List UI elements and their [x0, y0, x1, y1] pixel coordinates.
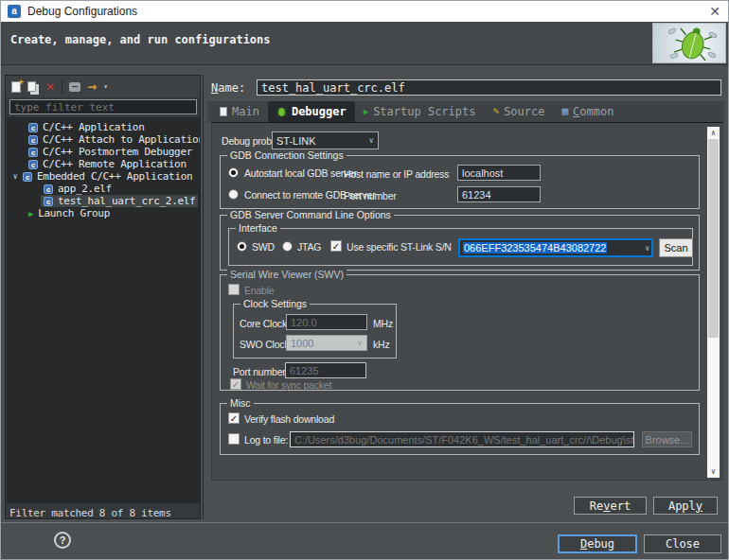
use-specific-sn-checkbox[interactable]: ✓: [330, 240, 342, 252]
verify-flash-checkbox[interactable]: ✓: [228, 412, 240, 424]
duplicate-configuration-icon[interactable]: [27, 81, 36, 92]
c-file-icon: c: [28, 123, 38, 132]
filter-status-text: Filter matched 8 of 8 items: [9, 507, 171, 519]
group-title: GDB Connection Settings: [227, 149, 347, 161]
launch-group-icon: ▶: [28, 209, 33, 219]
group-title: GDB Server Command Line Options: [227, 209, 394, 220]
tree-item-label: C/C++ Application: [43, 121, 144, 133]
filter-menu-caret-icon[interactable]: ▾: [103, 82, 108, 91]
group-title: Interface: [236, 222, 280, 234]
tree-item-label: C/C++ Postmortem Debugger: [43, 146, 192, 158]
log-file-path-input: C:/Users/d3bug/Documents/ST/F042K6_WS/te…: [290, 431, 634, 447]
host-label: Host name or IP address: [344, 168, 449, 180]
tab-label: Main: [232, 105, 259, 118]
sidebar-toolbar: ✕ ‒ → ▾: [6, 76, 200, 97]
log-to-file-checkbox[interactable]: [228, 433, 240, 445]
main-tab-icon: [220, 107, 227, 116]
title-bar: a Debug Configurations ✕: [1, 1, 729, 22]
close-window-icon[interactable]: ✕: [703, 2, 726, 21]
expand-chevron-icon[interactable]: ∨: [10, 172, 20, 181]
debugger-bug-icon: [276, 107, 287, 117]
tree-item-cpp-attach[interactable]: c C/C++ Attach to Application: [7, 133, 200, 146]
tab-strip: Main Debugger ▶ Startup Scripts ✎ Source…: [207, 101, 724, 122]
apply-button[interactable]: Apply: [653, 497, 718, 515]
debugger-tab-panel: Debug probe ST-LINK ∨ GDB Connection Set…: [211, 122, 723, 481]
tree-item-cpp-postmortem[interactable]: c C/C++ Postmortem Debugger: [7, 146, 200, 158]
wait-sync-checkbox: ✓: [230, 378, 241, 390]
port-input[interactable]: 61234: [457, 186, 541, 202]
group-title: Misc: [227, 397, 254, 409]
tree-item-app2-elf[interactable]: c app_2.elf: [7, 183, 200, 195]
panel-splitter[interactable]: [203, 75, 204, 519]
core-clock-input: 120.0: [286, 314, 367, 330]
delete-configuration-icon[interactable]: ✕: [45, 81, 55, 93]
jtag-label: JTAG: [297, 241, 321, 253]
tab-label: Startup Scripts: [373, 105, 475, 118]
common-tab-icon: ▦: [561, 107, 568, 116]
swo-clock-label: SWO Clock:: [240, 339, 292, 350]
swv-enable-label: Enable: [244, 285, 275, 296]
tab-startup-scripts[interactable]: ▶ Startup Scripts: [355, 101, 485, 122]
configurations-tree: c C/C++ Application c C/C++ Attach to Ap…: [7, 117, 200, 503]
startup-scripts-tab-icon: ▶: [364, 107, 368, 116]
scan-button[interactable]: Scan: [659, 238, 693, 257]
gdb-connection-settings-group: GDB Connection Settings Autostart local …: [220, 155, 700, 209]
scroll-down-icon[interactable]: ∨: [707, 465, 720, 478]
swd-radio[interactable]: [237, 241, 247, 252]
misc-group: Misc ✓ Verify flash download Log to file…: [220, 403, 700, 455]
filter-configurations-icon[interactable]: →: [87, 80, 97, 94]
swo-clock-value: 1000: [291, 338, 313, 349]
close-button[interactable]: Close: [644, 534, 721, 553]
tree-item-label: Launch Group: [38, 207, 110, 219]
autostart-gdb-radio[interactable]: [228, 167, 239, 178]
scroll-up-icon[interactable]: ∧: [707, 127, 720, 139]
new-configuration-icon[interactable]: [11, 81, 21, 93]
port-label: Port number: [344, 190, 397, 201]
host-input[interactable]: localhost: [457, 165, 541, 181]
tab-source[interactable]: ✎ Source: [485, 101, 554, 122]
tree-item-cpp-remote[interactable]: c C/C++ Remote Application: [7, 158, 200, 170]
use-specific-sn-label: Use specific ST-Link S/N: [347, 241, 452, 253]
tree-item-cpp-application[interactable]: c C/C++ Application: [7, 121, 200, 133]
core-clock-unit: MHz: [373, 318, 393, 329]
collapse-all-icon[interactable]: ‒: [69, 82, 80, 92]
swv-group: Serial Wire Viewer (SWV) Enable Clock Se…: [220, 274, 700, 391]
tree-item-launch-group[interactable]: ▶ Launch Group: [7, 207, 200, 219]
verify-flash-label: Verify flash download: [244, 413, 334, 425]
chevron-down-icon: ∨: [368, 136, 374, 145]
tab-debugger[interactable]: Debugger: [268, 101, 355, 122]
remote-gdb-radio[interactable]: [228, 189, 239, 200]
tab-common[interactable]: ▦ Common: [553, 101, 622, 122]
tree-item-embedded-cpp[interactable]: ∨ c Embedded C/C++ Application: [7, 170, 200, 183]
filter-input[interactable]: [9, 99, 197, 114]
help-icon[interactable]: ?: [54, 532, 71, 549]
header-heading: Create, manage, and run configurations: [10, 33, 271, 46]
stlink-sn-combo[interactable]: 066EFF323535474B43082722 ∨: [458, 238, 653, 257]
clock-settings-group: Clock Settings Core Clock: 120.0 MHz SWO…: [233, 304, 397, 359]
jtag-radio[interactable]: [282, 241, 293, 252]
tab-label: Common: [573, 105, 613, 118]
c-file-icon: c: [28, 148, 38, 157]
scrollbar-thumb[interactable]: [708, 139, 719, 338]
revert-button[interactable]: Revert: [574, 497, 647, 515]
swv-port-input: 61235: [285, 362, 366, 378]
swo-clock-select: 1000 ∨: [286, 335, 367, 351]
name-input[interactable]: [257, 79, 721, 96]
tree-item-label: C/C++ Remote Application: [43, 158, 187, 170]
tree-item-label: C/C++ Attach to Application: [43, 133, 200, 146]
vertical-scrollbar[interactable]: ∧ ∨: [707, 127, 720, 478]
tree-item-test-hal-uart-crc-2-elf[interactable]: c test_hal_uart_crc_2.elf: [7, 195, 200, 207]
gdb-server-options-group: GDB Server Command Line Options Interfac…: [220, 215, 700, 271]
tree-item-label: app_2.elf: [58, 183, 112, 195]
debug-probe-select[interactable]: ST-LINK ∨: [272, 131, 379, 149]
swv-enable-checkbox: [228, 284, 240, 295]
tab-main[interactable]: Main: [211, 101, 268, 122]
c-file-icon: c: [28, 135, 38, 145]
debug-probe-value: ST-LINK: [276, 135, 316, 147]
toolbar-separator: [62, 80, 62, 94]
wait-sync-label: Wait for sync packet: [246, 379, 331, 391]
c-file-icon: c: [44, 197, 53, 206]
stlink-sn-value: 066EFF323535474B43082722: [463, 242, 607, 254]
debug-button[interactable]: Debug: [558, 534, 637, 553]
tab-label: Source: [504, 105, 544, 118]
